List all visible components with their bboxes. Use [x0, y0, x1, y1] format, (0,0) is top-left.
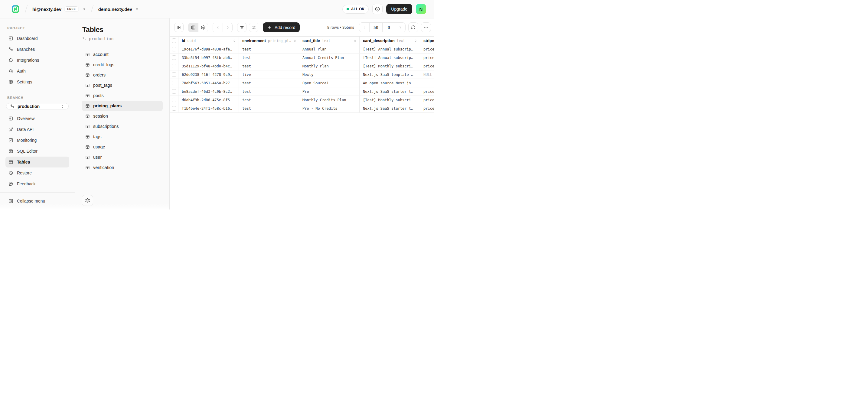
cell-card_title[interactable]: Monthly Plan [299, 62, 360, 70]
cell-card_description[interactable]: [Test] Annual subscrip… [360, 45, 420, 53]
cell-id[interactable]: 33ba5f54-b997-48fb-ab6… [179, 54, 239, 62]
cell-environment[interactable]: test [239, 54, 299, 62]
row-checkbox[interactable] [172, 47, 176, 52]
help-button[interactable] [372, 4, 382, 14]
prev-page-button[interactable] [359, 23, 369, 32]
cell-stripe[interactable]: price_ [420, 45, 434, 53]
sidebar-item-monitoring[interactable]: Monitoring [5, 135, 69, 146]
table-list-item-session[interactable]: session [82, 111, 163, 121]
sidebar-item-auth[interactable]: Auth [5, 66, 69, 76]
cell-stripe[interactable]: price_ [420, 104, 434, 112]
row-checkbox[interactable] [172, 98, 176, 102]
sidebar-item-sql-editor[interactable]: SQL Editor [5, 146, 69, 157]
collapse-menu-button[interactable]: Collapse menu [5, 196, 69, 206]
cell-environment[interactable]: test [239, 45, 299, 53]
table-list-item-credit_logs[interactable]: credit_logs [82, 60, 163, 70]
forward-button[interactable] [223, 23, 232, 32]
branch-select[interactable]: production [6, 103, 69, 109]
cell-id[interactable]: be8acdef-46d3-4c0b-8c2… [179, 87, 239, 96]
select-all-checkbox[interactable] [172, 38, 176, 43]
cell-environment[interactable]: test [239, 62, 299, 70]
cell-id[interactable]: 62de9238-416f-4278-9c9… [179, 70, 239, 78]
table-list-item-verification[interactable]: verification [82, 162, 163, 172]
cell-card_description[interactable]: [Test] Monthly subscri… [360, 96, 420, 104]
sidebar-item-dashboard[interactable]: Dashboard [5, 33, 69, 44]
sidebar-item-feedback[interactable]: Feedback [5, 179, 69, 189]
sidebar-item-data-api[interactable]: Data API [5, 124, 69, 135]
cell-card_title[interactable]: Monthly Credits Plan [299, 96, 360, 104]
sidebar-item-tables[interactable]: Tables [5, 157, 69, 167]
table-list-item-orders[interactable]: orders [82, 70, 163, 80]
cell-environment[interactable]: test [239, 87, 299, 96]
cell-card_title[interactable]: Open Source1 [299, 79, 360, 87]
cell-stripe[interactable]: price_ [420, 96, 434, 104]
table-list-item-account[interactable]: account [82, 49, 163, 60]
next-page-button[interactable] [395, 23, 405, 32]
cell-id[interactable]: d6ab4f3b-2d86-475e-8f5… [179, 96, 239, 104]
sort-settings-button[interactable] [249, 23, 258, 32]
cell-stripe[interactable]: NULL [420, 70, 434, 78]
sidebar-item-overview[interactable]: Overview [5, 113, 69, 124]
table-list-item-usage[interactable]: usage [82, 142, 163, 152]
sidebar-item-settings[interactable]: Settings [5, 76, 69, 87]
cell-card_title[interactable]: Annual Credits Plan [299, 54, 360, 62]
row-checkbox[interactable] [172, 106, 176, 111]
cell-id[interactable]: 19ce176f-d89a-4838-afe… [179, 45, 239, 53]
refresh-button[interactable] [408, 22, 418, 32]
page-size-value[interactable]: 50 [369, 23, 382, 32]
cell-environment[interactable]: test [239, 96, 299, 104]
filter-button[interactable] [237, 23, 247, 32]
app-logo-icon[interactable] [11, 4, 20, 13]
cell-card_description[interactable]: Next.js SaaS template … [360, 70, 420, 78]
column-header-environment[interactable]: environmentpricing_pl… [239, 37, 299, 45]
row-checkbox[interactable] [172, 64, 176, 68]
cell-card_description[interactable]: Next.js SaaS starter t… [360, 104, 420, 112]
cell-card_title[interactable]: Pro - No Credits [299, 104, 360, 112]
cell-environment[interactable]: live [239, 70, 299, 78]
table-list-item-post_tags[interactable]: post_tags [82, 80, 163, 90]
cell-environment[interactable]: test [239, 104, 299, 112]
table-list-item-pricing_plans[interactable]: pricing_plans [82, 101, 163, 111]
table-list-item-posts[interactable]: posts [82, 90, 163, 101]
sidebar-item-integrations[interactable]: Integrations [5, 55, 69, 66]
cell-id[interactable]: 35d11129-bf48-4bd0-b4c… [179, 62, 239, 70]
chevrons-up-down-icon[interactable] [135, 7, 139, 11]
table-list-item-tags[interactable]: tags [82, 131, 163, 142]
row-checkbox[interactable] [172, 55, 176, 60]
chevrons-up-down-icon[interactable] [82, 7, 86, 11]
collapse-panel-button[interactable] [174, 23, 184, 32]
column-header-id[interactable]: iduuid [179, 37, 239, 45]
row-checkbox[interactable] [172, 72, 176, 77]
back-button[interactable] [213, 23, 223, 32]
upgrade-button[interactable]: Upgrade [386, 4, 412, 14]
status-badge[interactable]: ALL OK [342, 5, 369, 13]
table-list-item-subscriptions[interactable]: subscriptions [82, 121, 163, 131]
cell-card_description[interactable]: An open source Next.js… [360, 79, 420, 87]
cell-id[interactable]: f1b4be4e-24f1-458c-b16… [179, 104, 239, 112]
cell-stripe[interactable]: price_ [420, 62, 434, 70]
sidebar-item-restore[interactable]: Restore [5, 167, 69, 179]
cell-card_description[interactable]: Next.js SaaS starter t… [360, 87, 420, 96]
cell-id[interactable]: 78ebf563-5051-445a-b27… [179, 79, 239, 87]
add-record-button[interactable]: Add record [263, 22, 300, 32]
row-checkbox[interactable] [172, 81, 176, 85]
schema-settings-button[interactable] [82, 195, 93, 206]
cell-environment[interactable]: test [239, 79, 299, 87]
schema-view-button[interactable] [198, 23, 208, 32]
breadcrumb-org[interactable]: hi@nexty.dev FREE [32, 6, 86, 12]
cell-card_description[interactable]: [Test] Monthly subscri… [360, 62, 420, 70]
sidebar-item-branches[interactable]: Branches [5, 44, 69, 55]
grid-view-button[interactable] [188, 23, 198, 32]
cell-stripe[interactable]: price_ [420, 54, 434, 62]
row-checkbox[interactable] [172, 89, 176, 94]
cell-stripe[interactable]: price_ [420, 87, 434, 96]
cell-card_title[interactable]: Annual Plan [299, 45, 360, 53]
cell-card_description[interactable]: [Test] Annual subscrip… [360, 54, 420, 62]
column-header-stripe_[interactable]: stripe_ [420, 37, 434, 45]
page-index-value[interactable]: 0 [382, 23, 395, 32]
more-options-button[interactable] [421, 22, 431, 32]
cell-card_title[interactable]: Pro [299, 87, 360, 96]
cell-stripe[interactable] [420, 79, 434, 87]
breadcrumb-project[interactable]: demo.nexty.dev [98, 7, 139, 12]
table-list-item-user[interactable]: user [82, 152, 163, 162]
